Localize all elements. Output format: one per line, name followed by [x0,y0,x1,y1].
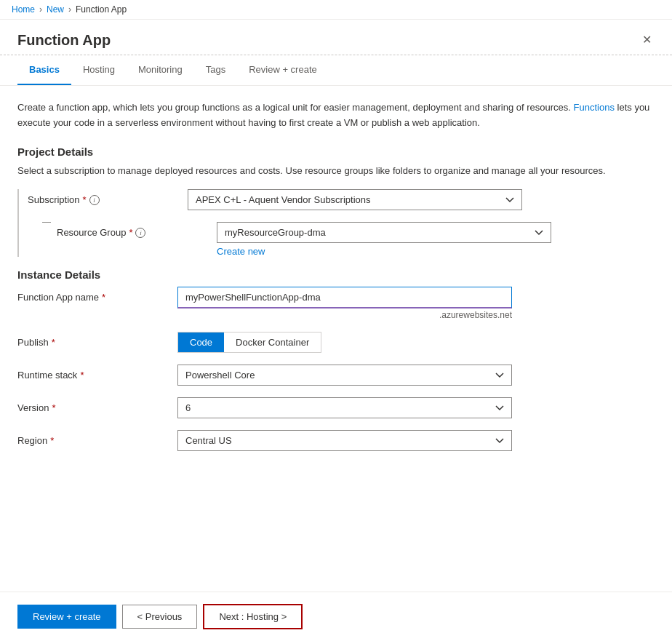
version-select[interactable]: 6 [177,397,512,418]
resource-group-select[interactable]: myResourceGroup-dma [217,222,551,243]
main-content: Create a function app, which lets you gr… [0,86,672,535]
subscription-label: Subscription * i [28,189,188,205]
instance-details-title: Instance Details [17,268,655,281]
function-app-name-row: Function App name * .azurewebsites.net [17,287,655,320]
resource-group-control: myResourceGroup-dma Create new [217,222,551,257]
publish-label: Publish * [17,332,177,348]
breadcrumb-current: Function App [76,4,127,15]
region-label: Region * [17,430,177,446]
tab-tags[interactable]: Tags [194,55,237,85]
region-control: Central US [177,430,512,451]
function-app-name-label: Function App name * [17,287,177,303]
breadcrumb-home[interactable]: Home [12,4,35,15]
runtime-stack-row: Runtime stack * Powershell Core [17,365,655,386]
resource-group-label: Resource Group * i [57,222,217,238]
function-app-name-input[interactable] [177,287,512,308]
tab-monitoring[interactable]: Monitoring [127,55,194,85]
tab-hosting[interactable]: Hosting [71,55,127,85]
runtime-stack-select[interactable]: Powershell Core [177,365,512,386]
resource-group-row: Resource Group * i myResourceGroup-dma C… [42,222,655,257]
create-new-resource-group-link[interactable]: Create new [217,246,551,257]
previous-button[interactable]: < Previous [122,605,198,629]
breadcrumb: Home › New › Function App [0,0,672,20]
subscription-select[interactable]: APEX C+L - Aquent Vendor Subscriptions [188,189,522,210]
breadcrumb-new[interactable]: New [47,4,64,15]
version-row: Version * 6 [17,397,655,418]
close-button[interactable]: ✕ [639,31,655,49]
dialog-header: Function App ✕ [0,20,672,55]
subscription-control: APEX C+L - Aquent Vendor Subscriptions [188,189,522,210]
subscription-info-icon[interactable]: i [89,195,100,205]
project-details-title: Project Details [17,146,655,158]
region-row: Region * Central US [17,430,655,451]
functions-link[interactable]: Functions [574,102,615,113]
version-label: Version * [17,397,177,413]
function-app-name-control: .azurewebsites.net [177,287,512,320]
dialog-title: Function App [17,32,111,49]
version-control: 6 [177,397,512,418]
project-details-subtitle: Select a subscription to manage deployed… [17,164,655,178]
domain-suffix: .azurewebsites.net [177,310,512,320]
runtime-stack-label: Runtime stack * [17,365,177,381]
tab-basics[interactable]: Basics [17,55,71,85]
publish-code-button[interactable]: Code [178,333,224,352]
tab-bar: Basics Hosting Monitoring Tags Review + … [0,55,672,86]
publish-control: Code Docker Container [177,332,512,353]
subscription-row: Subscription * i APEX C+L - Aquent Vendo… [28,189,655,210]
tab-review-create[interactable]: Review + create [237,55,329,85]
resource-group-info-icon[interactable]: i [135,228,145,238]
runtime-stack-control: Powershell Core [177,365,512,386]
publish-toggle: Code Docker Container [177,332,321,353]
next-hosting-button[interactable]: Next : Hosting > [203,604,303,629]
region-select[interactable]: Central US [177,430,512,451]
publish-row: Publish * Code Docker Container [17,332,655,353]
publish-docker-button[interactable]: Docker Container [224,333,321,352]
footer: Review + create < Previous Next : Hostin… [0,592,672,641]
intro-text: Create a function app, which lets you gr… [17,100,655,131]
review-create-button[interactable]: Review + create [17,605,116,629]
